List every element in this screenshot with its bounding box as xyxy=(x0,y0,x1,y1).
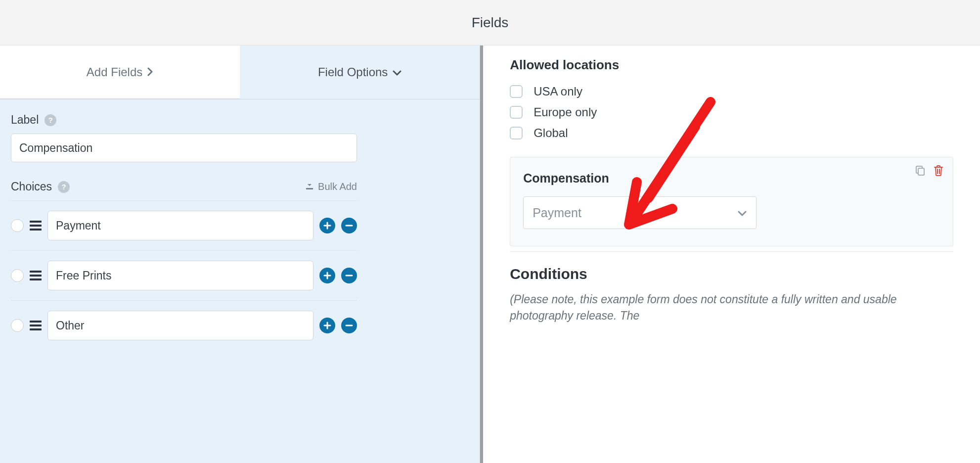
tab-label: Field Options xyxy=(318,65,388,79)
bulk-add-button[interactable]: Bulk Add xyxy=(305,181,357,192)
choice-input[interactable] xyxy=(47,261,313,290)
section-label-text: Label xyxy=(11,113,39,127)
default-choice-radio[interactable] xyxy=(11,219,24,232)
bulk-add-label: Bulk Add xyxy=(318,181,357,192)
checkbox[interactable] xyxy=(510,127,523,139)
label-section-heading: Label ? xyxy=(11,113,469,127)
choice-row xyxy=(11,300,357,350)
drag-handle-icon[interactable] xyxy=(30,321,42,330)
field-options-body: Label ? Choices ? Bulk Add xyxy=(0,99,480,350)
checkbox[interactable] xyxy=(510,85,523,98)
right-panel: Allowed locations USA only Europe only G… xyxy=(483,46,980,463)
remove-choice-button[interactable] xyxy=(341,218,357,233)
choices-section-heading: Choices ? xyxy=(11,180,70,193)
checkbox[interactable] xyxy=(510,106,523,119)
choice-input[interactable] xyxy=(47,311,313,340)
drag-handle-icon[interactable] xyxy=(30,221,42,231)
location-label: Global xyxy=(534,126,568,140)
tab-add-fields[interactable]: Add Fields xyxy=(0,46,240,99)
section-label-text: Choices xyxy=(11,180,52,193)
tab-field-options[interactable]: Field Options xyxy=(240,46,480,99)
default-choice-radio[interactable] xyxy=(11,269,24,282)
page-header: Fields xyxy=(0,0,980,46)
compensation-field-card[interactable]: Compensation Payment xyxy=(510,157,953,246)
location-option: Global xyxy=(510,126,953,140)
select-value: Payment xyxy=(533,206,581,220)
download-icon xyxy=(305,181,314,192)
allowed-locations-heading: Allowed locations xyxy=(510,57,953,73)
remove-choice-button[interactable] xyxy=(341,318,357,333)
allowed-locations-list: USA only Europe only Global xyxy=(510,85,953,140)
choices-header: Choices ? Bulk Add xyxy=(11,180,357,193)
tab-label: Add Fields xyxy=(87,65,142,79)
section-divider xyxy=(510,251,953,252)
svg-rect-1 xyxy=(918,168,924,175)
conditions-note: (Please note, this example form does not… xyxy=(510,291,953,324)
remove-choice-button[interactable] xyxy=(341,268,357,283)
add-choice-button[interactable] xyxy=(319,318,335,333)
card-actions xyxy=(914,164,944,178)
add-choice-button[interactable] xyxy=(319,218,335,233)
location-option: Europe only xyxy=(510,105,953,119)
chevron-down-icon xyxy=(737,206,747,220)
conditions-heading: Conditions xyxy=(510,266,953,282)
left-tabs: Add Fields Field Options xyxy=(0,46,480,99)
duplicate-icon[interactable] xyxy=(914,164,926,178)
chevron-down-icon xyxy=(393,65,401,79)
compensation-select[interactable]: Payment xyxy=(523,196,757,229)
location-label: Europe only xyxy=(534,105,597,119)
drag-handle-icon[interactable] xyxy=(30,271,42,280)
main-layout: Add Fields Field Options Label ? Choi xyxy=(0,46,980,463)
help-icon[interactable]: ? xyxy=(58,181,70,193)
page-title: Fields xyxy=(472,15,509,31)
default-choice-radio[interactable] xyxy=(11,319,24,332)
location-option: USA only xyxy=(510,85,953,98)
location-label: USA only xyxy=(534,85,582,98)
left-panel: Add Fields Field Options Label ? Choi xyxy=(0,46,480,463)
label-input[interactable] xyxy=(11,134,357,162)
help-icon[interactable]: ? xyxy=(45,114,56,126)
card-title: Compensation xyxy=(523,171,940,185)
trash-icon[interactable] xyxy=(933,164,944,178)
chevron-right-icon xyxy=(147,65,153,79)
choice-row xyxy=(11,200,357,250)
choice-input[interactable] xyxy=(47,211,313,240)
choice-row xyxy=(11,250,357,300)
add-choice-button[interactable] xyxy=(319,268,335,283)
